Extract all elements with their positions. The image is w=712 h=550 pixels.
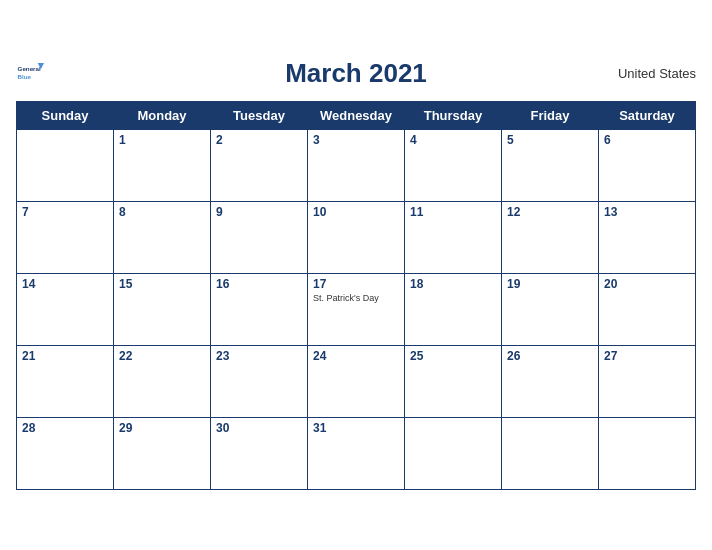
day-cell-1-2: 9 <box>211 202 308 274</box>
week-row-0: 123456 <box>17 130 696 202</box>
svg-text:Blue: Blue <box>18 72 32 79</box>
day-number: 9 <box>216 205 302 219</box>
day-number: 10 <box>313 205 399 219</box>
day-number: 18 <box>410 277 496 291</box>
week-row-2: 14151617St. Patrick's Day181920 <box>17 274 696 346</box>
svg-text:General: General <box>18 64 41 71</box>
day-number: 11 <box>410 205 496 219</box>
day-number: 20 <box>604 277 690 291</box>
day-cell-1-3: 10 <box>308 202 405 274</box>
day-number: 24 <box>313 349 399 363</box>
day-cell-3-4: 25 <box>405 346 502 418</box>
calendar-header: General Blue March 2021 United States <box>16 54 696 93</box>
day-cell-3-2: 23 <box>211 346 308 418</box>
day-number: 3 <box>313 133 399 147</box>
day-cell-2-1: 15 <box>114 274 211 346</box>
day-number: 12 <box>507 205 593 219</box>
day-cell-2-5: 19 <box>502 274 599 346</box>
day-cell-0-4: 4 <box>405 130 502 202</box>
day-cell-4-1: 29 <box>114 418 211 490</box>
day-cell-1-1: 8 <box>114 202 211 274</box>
brand-icon: General Blue <box>16 60 44 88</box>
day-cell-2-4: 18 <box>405 274 502 346</box>
day-number: 5 <box>507 133 593 147</box>
weekday-header-row: Sunday Monday Tuesday Wednesday Thursday… <box>17 102 696 130</box>
day-cell-3-5: 26 <box>502 346 599 418</box>
day-number: 13 <box>604 205 690 219</box>
calendar-table: Sunday Monday Tuesday Wednesday Thursday… <box>16 101 696 490</box>
day-number: 19 <box>507 277 593 291</box>
day-cell-1-0: 7 <box>17 202 114 274</box>
day-cell-3-3: 24 <box>308 346 405 418</box>
week-row-4: 28293031 <box>17 418 696 490</box>
day-number: 4 <box>410 133 496 147</box>
day-cell-3-0: 21 <box>17 346 114 418</box>
day-number: 23 <box>216 349 302 363</box>
header-tuesday: Tuesday <box>211 102 308 130</box>
header-wednesday: Wednesday <box>308 102 405 130</box>
day-cell-2-2: 16 <box>211 274 308 346</box>
day-cell-4-4 <box>405 418 502 490</box>
header-sunday: Sunday <box>17 102 114 130</box>
day-number: 30 <box>216 421 302 435</box>
holiday-label: St. Patrick's Day <box>313 293 399 303</box>
week-row-1: 78910111213 <box>17 202 696 274</box>
day-cell-4-0: 28 <box>17 418 114 490</box>
day-cell-4-6 <box>599 418 696 490</box>
day-number: 16 <box>216 277 302 291</box>
day-cell-3-1: 22 <box>114 346 211 418</box>
day-number: 25 <box>410 349 496 363</box>
day-number: 29 <box>119 421 205 435</box>
day-cell-0-3: 3 <box>308 130 405 202</box>
day-cell-1-5: 12 <box>502 202 599 274</box>
day-number: 31 <box>313 421 399 435</box>
day-cell-4-3: 31 <box>308 418 405 490</box>
day-number: 17 <box>313 277 399 291</box>
day-cell-1-6: 13 <box>599 202 696 274</box>
calendar-wrapper: General Blue March 2021 United States Su… <box>0 44 712 506</box>
brand-logo-area: General Blue <box>16 60 44 88</box>
header-friday: Friday <box>502 102 599 130</box>
calendar-title: March 2021 <box>285 58 427 89</box>
day-cell-0-0 <box>17 130 114 202</box>
day-cell-2-3: 17St. Patrick's Day <box>308 274 405 346</box>
day-number: 7 <box>22 205 108 219</box>
day-cell-0-1: 1 <box>114 130 211 202</box>
day-number: 14 <box>22 277 108 291</box>
day-number: 15 <box>119 277 205 291</box>
day-number: 26 <box>507 349 593 363</box>
header-monday: Monday <box>114 102 211 130</box>
day-cell-1-4: 11 <box>405 202 502 274</box>
day-cell-0-2: 2 <box>211 130 308 202</box>
day-cell-0-5: 5 <box>502 130 599 202</box>
day-number: 6 <box>604 133 690 147</box>
day-number: 1 <box>119 133 205 147</box>
header-saturday: Saturday <box>599 102 696 130</box>
day-number: 2 <box>216 133 302 147</box>
day-number: 21 <box>22 349 108 363</box>
day-cell-3-6: 27 <box>599 346 696 418</box>
country-label: United States <box>618 66 696 81</box>
day-number: 8 <box>119 205 205 219</box>
day-number: 27 <box>604 349 690 363</box>
day-cell-2-6: 20 <box>599 274 696 346</box>
day-number: 22 <box>119 349 205 363</box>
day-cell-4-5 <box>502 418 599 490</box>
day-cell-2-0: 14 <box>17 274 114 346</box>
day-cell-0-6: 6 <box>599 130 696 202</box>
header-thursday: Thursday <box>405 102 502 130</box>
day-cell-4-2: 30 <box>211 418 308 490</box>
week-row-3: 21222324252627 <box>17 346 696 418</box>
day-number: 28 <box>22 421 108 435</box>
